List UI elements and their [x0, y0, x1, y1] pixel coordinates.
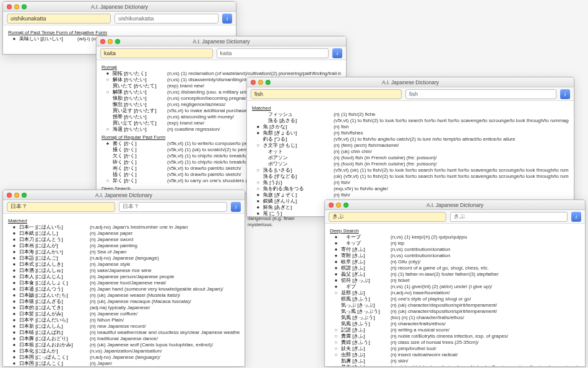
titlebar[interactable]: A.I. Japanese Dictionary — [3, 2, 236, 12]
result-row[interactable]: ●日本髪 [にほんがみ](n) Japanese coiffure/ — [8, 311, 240, 317]
search-input-left[interactable] — [7, 14, 111, 24]
result-row[interactable]: ○貴腐 [きふ](n) noble rot/Botrytis cinerea i… — [330, 333, 580, 340]
result-row[interactable]: ●日本国 [にっぽんこく](n,adj-no) Japanese (langua… — [8, 354, 240, 361]
result-row[interactable]: ●開拓 [かいたく](n,vs) (1) reclamation (of was… — [102, 71, 341, 77]
result-row[interactable]: ● ギブ(n,vs) (1) give/(int) (2) (abbr) unc… — [330, 284, 580, 290]
result-row[interactable]: ○貴婦 [きふう](n) class size of bonsai trees … — [330, 340, 580, 346]
result-row[interactable]: 気っぷ [きっぷ](n) (uk) character/disposition/… — [330, 302, 580, 309]
zoom-icon[interactable] — [22, 193, 27, 198]
result-row[interactable]: 肌膚 [きふ](n) skin/ — [330, 358, 580, 364]
result-row[interactable]: 漁る [すなどる](ok) (v5r,vt) (1) to fish/(2) t… — [252, 173, 569, 180]
result-row[interactable]: ●日本狼 [にほんおおかみ](n) (uk) Japanese wolf (Ca… — [8, 342, 240, 348]
close-icon[interactable] — [100, 39, 105, 44]
result-row[interactable]: 釣る [つる](v5r,vt) (1) to fish/to angle/to … — [252, 136, 569, 142]
minimize-icon[interactable] — [258, 80, 263, 85]
result-row[interactable]: ●日本刀 [にほんとう](n) Japanese sword — [8, 237, 240, 243]
minimize-icon[interactable] — [14, 4, 19, 9]
result-row[interactable]: ○妓夫 [ぎふ](n) pimp/brothel tout/ — [330, 346, 580, 352]
search-input-left[interactable] — [7, 202, 115, 212]
info-button[interactable]: i — [332, 48, 342, 58]
search-input-right[interactable] — [217, 48, 329, 58]
info-button[interactable]: i — [560, 89, 570, 99]
search-input-right[interactable] — [450, 212, 568, 222]
close-icon[interactable] — [251, 80, 256, 85]
close-icon[interactable] — [7, 193, 12, 198]
result-row[interactable]: ●義父 [ぎふ](n) (1) father-in-law/(2) foster… — [330, 271, 580, 278]
search-input-right[interactable] — [405, 89, 556, 99]
info-button[interactable]: i — [571, 212, 581, 222]
result-row[interactable]: ○記譜 [きふ](n) writing a musical score/ — [330, 327, 580, 333]
result-row[interactable]: ●日本晴 [にほんばれ](n) beautiful weather/clear … — [8, 330, 240, 336]
result-row[interactable]: ●魚族 [ぎょぞく](n) fish/ — [252, 192, 569, 198]
result-row[interactable]: ●寄附 [きふ](n,vs) contribution/donation — [330, 253, 580, 259]
titlebar[interactable]: A.I. Japanese Dictionary — [3, 190, 244, 200]
result-row[interactable]: ●日本通 [にほんつう](n) Japan hand (someone very… — [8, 286, 240, 292]
result-row[interactable]: ●日本鼬 [にほんいたち](n) (uk) Japanese weasel (M… — [8, 292, 240, 299]
result-row[interactable]: ●日本化 [にほんか](n,vs) Japanization/Japanisat… — [8, 348, 240, 354]
result-row[interactable]: ●魚類 [ぎょるい](n) fish/fishes — [252, 130, 569, 136]
result-row[interactable]: オット(n) (uk) chin chin/ — [252, 149, 569, 155]
search-input-right[interactable] — [115, 14, 218, 24]
result-row[interactable]: ●日本式 [にほんしき](n) Japanese style — [8, 261, 240, 268]
search-input-left[interactable] — [100, 48, 213, 58]
result-row[interactable]: ● キープ(n,vs) (1) keep/(n) (2) quipu/quipp… — [330, 234, 580, 240]
result-row[interactable]: ●魚 [さかな](n) fish — [252, 124, 569, 130]
info-button[interactable]: i — [231, 202, 241, 212]
result-row[interactable]: ○基部 [きぶ](n,adj-no) base/foundation/ — [330, 290, 580, 296]
result-row[interactable]: ●日本語 [にほんご](n,adj-no) Japanese (language… — [8, 255, 240, 261]
result-row[interactable]: ●切符 [きっぷ](n) ticket — [330, 278, 580, 284]
search-input-left[interactable] — [329, 212, 446, 222]
minimize-icon[interactable] — [14, 193, 19, 198]
result-row[interactable]: ポアソン(n) (food) fish (in French cuisine) … — [252, 155, 569, 161]
search-input-left[interactable] — [251, 89, 402, 99]
result-row[interactable]: ●日本食 [にほんしょく](n) Japanese food/Japanese … — [8, 280, 240, 286]
result-row[interactable]: ●日本新 [にほんしん](n) new Japanese record/ — [8, 323, 240, 330]
minimize-icon[interactable] — [336, 203, 341, 208]
result-row[interactable]: ●日本国 [にほんこく](n) Japan/ — [8, 361, 240, 367]
result-row[interactable]: ●日本舞 [にほんおどり](n) traditional Japanese da… — [8, 336, 240, 342]
result-row[interactable]: ●日本猿 [にほんざる](n) (uk) Japanese macaque (M… — [8, 299, 240, 305]
result-row[interactable]: ●日本人 [にほんじん](n) Japanese person/Japanese… — [8, 274, 240, 280]
titlebar[interactable]: A.I. Japanese Dictionary — [97, 37, 346, 46]
result-row[interactable]: ○魚 [うお](n) fish/ — [252, 180, 569, 186]
window-controls[interactable] — [7, 193, 27, 198]
minimize-icon[interactable] — [108, 39, 113, 44]
window-controls[interactable] — [251, 80, 270, 85]
result-row[interactable]: ○虫部 [きぶ](n) insect radical/worm radical/ — [330, 352, 580, 358]
result-row[interactable]: ●日本的 [にほんてき](adj-na) typically Japanese/ — [8, 305, 240, 311]
search-input-right[interactable] — [119, 202, 227, 212]
result-row[interactable]: ● キップ(n) kip — [330, 240, 580, 247]
result-row[interactable]: ●岐阜 [ぎふ](n) Gifu (city)/ — [330, 259, 580, 265]
result-row[interactable]: 棋風 [きふう](n) one's style of playing shogi… — [330, 296, 580, 302]
result-row[interactable]: ●棋譜 [きふ](n) record of a game of go, shog… — [330, 265, 580, 271]
result-row[interactable]: 気っ風 [きっぷう](n) (uk) character/disposition… — [330, 309, 580, 315]
result-row[interactable]: ●日本平 [にほんだいら](n) Nihon Plain/ — [8, 317, 240, 323]
result-row[interactable]: ポワソン(n) (food) fish (in French cuisine) … — [252, 161, 569, 167]
result-row[interactable]: フィッシュ(n) (1) fish/(2) fiche — [252, 112, 569, 118]
result-row[interactable]: 気風 [きっぷう](kio) (n) (1) character/traits/… — [330, 315, 580, 321]
result-row[interactable]: ○漁る [いさる](v5r,vt) (ok) (1) to fish/(2) t… — [252, 167, 569, 173]
zoom-icon[interactable] — [22, 4, 27, 9]
result-row[interactable]: ○さ文字 [さもじ](n) (fem) (arch) fish/mackerel… — [252, 142, 569, 149]
result-row[interactable]: 漁る [あさる](v5r,vt) (1) to fish/(2) to look… — [252, 118, 569, 124]
window-controls[interactable] — [329, 203, 348, 208]
result-row[interactable]: ●日本画 [にほんが](n) Japanese painting — [8, 243, 240, 249]
zoom-icon[interactable] — [266, 80, 270, 85]
zoom-icon[interactable] — [344, 203, 348, 208]
result-row[interactable]: ●寄付 [きふ](n,vs) contribution/donation — [330, 247, 580, 253]
titlebar[interactable]: A.I. Japanese Dictionary — [247, 77, 574, 87]
window-controls[interactable] — [7, 4, 27, 9]
result-row[interactable]: ●日本海 [にほんかい](n) Sea of Japan — [8, 249, 240, 255]
zoom-icon[interactable] — [115, 39, 120, 44]
close-icon[interactable] — [329, 203, 334, 208]
result-row[interactable]: ●日本一 [にほんいち](n,adj-no) Japan's best/numb… — [8, 224, 240, 230]
close-icon[interactable] — [7, 4, 12, 9]
titlebar[interactable]: A.I. Japanese Dictionary — [325, 200, 585, 210]
result-row[interactable]: ○碁布 [きふ](n,vs) (arch) (obsc) scattering … — [330, 364, 580, 367]
window-controls[interactable] — [100, 39, 120, 44]
info-button[interactable]: i — [222, 14, 232, 24]
result-row[interactable]: ○魚を釣る;魚をつる(exp,v5r) to fish/to angle/ — [252, 186, 569, 192]
result-row[interactable]: ●日本紙 [にほんし](n) Japanese paper — [8, 230, 240, 237]
result-row[interactable]: ●日本酒 [にほんしゅ](n) sake/Japanese rice wine — [8, 268, 240, 274]
result-row[interactable]: 気風 [きふう](n) character/traits/ethos/ — [330, 321, 580, 327]
